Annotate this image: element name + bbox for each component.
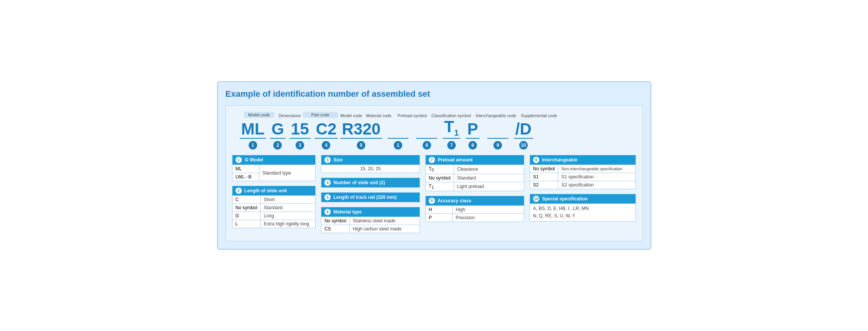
code-text-P: P — [466, 121, 480, 139]
code-15: 15 3 — [289, 121, 311, 150]
code-C2: C2 4 — [314, 121, 338, 150]
code-text-R320: R320 — [340, 121, 382, 139]
accuracy-table: 8 Accuracy class H High P Precision — [425, 196, 524, 222]
preload-desc-standard: Standard — [454, 174, 524, 182]
circle-10: 10 — [519, 141, 528, 150]
header-classification-symbol: Classification symbol — [431, 113, 471, 118]
code-text-C2: C2 — [314, 121, 338, 139]
accuracy-symbol-P: P — [425, 213, 452, 222]
header-material-code: Material code — [366, 113, 391, 118]
accuracy-row-H: H High — [425, 205, 524, 213]
length-table: 2 Length of slide unit C Short No symbol… — [232, 186, 316, 228]
circle-interchangeable: 9 — [533, 157, 539, 163]
header-part-code: Part code — [303, 112, 338, 118]
interchangeable-row-S2: S2 S2 specification — [530, 181, 636, 189]
slide-unit-table: 4 Number of slide unit (2) — [321, 178, 420, 188]
special-value: A, BS, D, E, HB, I , LR, MNN, Q, RE, S, … — [530, 204, 636, 221]
interchangeable-row-nosymbol: No symbol Non-interchangeable specificat… — [530, 165, 636, 173]
length-symbol-C: C — [232, 196, 261, 204]
header-interchangeable-code: Interchangeable code — [475, 113, 516, 118]
circle-6: 6 — [423, 141, 431, 150]
interchangeable-symbol-S1: S1 — [530, 173, 558, 181]
preload-desc-clearance: Clearance — [454, 165, 524, 174]
circle-special: 10 — [533, 196, 539, 202]
accuracy-symbol-H: H — [425, 205, 452, 213]
special-table: 10 Special specification A, BS, D, E, HB… — [530, 194, 636, 221]
code-text-T1: T1 — [443, 119, 460, 139]
code-text-blank-9: __ — [487, 121, 508, 139]
accuracy-desc-precision: Precision — [452, 213, 524, 222]
material-row-nosymbol: No symbol Stainless steel made — [321, 217, 420, 225]
interchangeable-symbol-S2: S2 — [530, 181, 558, 189]
length-table-header: 2 Length of slide unit — [232, 186, 315, 196]
circle-slide-unit: 4 — [324, 180, 331, 186]
col-3: 7 Preload amount T0 Clearance No symbol … — [425, 155, 524, 233]
col-1: 1 ① Model ML Standard type LWL···B — [232, 155, 316, 233]
code-slashD: /D 10 — [514, 121, 533, 150]
preload-desc-light: Light preload — [454, 182, 524, 191]
circle-1a: 1 — [249, 141, 257, 150]
length-desc-short: Short — [261, 196, 316, 204]
code-P: P 8 — [466, 121, 480, 150]
code-R320: R320 5 — [340, 121, 382, 150]
model-symbol-LWL: LWL···B — [232, 173, 259, 181]
material-table: 6 Material type No symbol Stainless stee… — [321, 207, 420, 233]
circle-1b: 1 — [394, 141, 402, 150]
model-table-header: 1 ① Model — [232, 155, 315, 165]
code-G: G 2 — [270, 121, 286, 150]
preload-symbol-nosymbol: No symbol — [425, 174, 454, 182]
length-desc-standard: Standard — [261, 204, 316, 212]
length-row-L: L Extra high rigidity long — [232, 220, 315, 228]
special-table-header: 10 Special specification — [530, 194, 636, 204]
code-text-G: G — [270, 121, 286, 139]
header-supplemental-code: Supplemental code — [521, 113, 557, 118]
col-2: 3 Size 15, 20, 25 4 Number of slide unit… — [321, 155, 420, 233]
circle-accuracy: 8 — [429, 198, 435, 204]
preload-row-nosymbol: No symbol Standard — [425, 174, 524, 182]
code-blank-6: __ 6 — [416, 121, 437, 150]
interchangeable-desc-S1: S1 specification — [558, 173, 636, 181]
code-text-ML: ML — [240, 121, 266, 139]
code-text-blank-1: __ — [388, 121, 409, 139]
outer-container: Example of identification number of asse… — [217, 81, 651, 250]
inner-container: Model code Dimensions Part code Model co… — [226, 105, 643, 241]
code-blank-1: __ 1 — [388, 121, 409, 150]
circle-4: 4 — [322, 141, 330, 150]
material-row-CS: CS High carbon steel made — [321, 225, 420, 233]
material-desc-carbon: High carbon steel made — [350, 225, 420, 233]
preload-table-header: 7 Preload amount — [425, 155, 524, 165]
model-row-ML: ML Standard type — [232, 165, 315, 173]
interchangeable-symbol-nosymbol: No symbol — [530, 165, 558, 173]
tables-section: 1 ① Model ML Standard type LWL···B — [232, 155, 636, 233]
accuracy-desc-high: High — [452, 205, 524, 213]
accuracy-row-P: P Precision — [425, 213, 524, 222]
interchangeable-row-S1: S1 S1 specification — [530, 173, 636, 181]
material-symbol-nosymbol: No symbol — [321, 217, 350, 225]
circle-size: 3 — [324, 157, 331, 163]
model-symbol-ML: ML — [232, 165, 259, 173]
circle-track-rail: 5 — [324, 194, 331, 200]
circle-length: 2 — [236, 188, 242, 194]
interchangeable-desc-nospec: Non-interchangeable specification — [558, 165, 636, 173]
header-model-code-1: Model code — [244, 112, 275, 118]
model-table: 1 ① Model ML Standard type LWL···B — [232, 155, 316, 181]
model-desc-standard: Standard type — [259, 165, 315, 181]
circle-model: 1 — [236, 157, 242, 163]
code-text-slashD: /D — [514, 121, 533, 139]
code-ML: ML 1 — [240, 121, 266, 150]
length-symbol-G: G — [232, 212, 261, 220]
circle-5: 5 — [357, 141, 365, 150]
preload-row-T0: T0 Clearance — [425, 165, 524, 174]
header-dimensions: Dimensions — [278, 113, 300, 118]
track-rail-header: 5 Length of track rail (320 mm) — [321, 193, 420, 202]
length-row-C: C Short — [232, 196, 315, 204]
col-4: 9 Interchangeable No symbol Non-intercha… — [530, 155, 636, 233]
material-symbol-CS: CS — [321, 225, 350, 233]
size-table: 3 Size 15, 20, 25 — [321, 155, 420, 173]
code-T1: T1 7 — [443, 119, 460, 150]
interchangeable-table-header: 9 Interchangeable — [530, 155, 636, 165]
length-row-G: G Long — [232, 212, 315, 220]
code-blank-9: __ 9 — [487, 121, 508, 150]
circle-8: 8 — [468, 141, 477, 150]
special-row: A, BS, D, E, HB, I , LR, MNN, Q, RE, S, … — [530, 204, 636, 221]
